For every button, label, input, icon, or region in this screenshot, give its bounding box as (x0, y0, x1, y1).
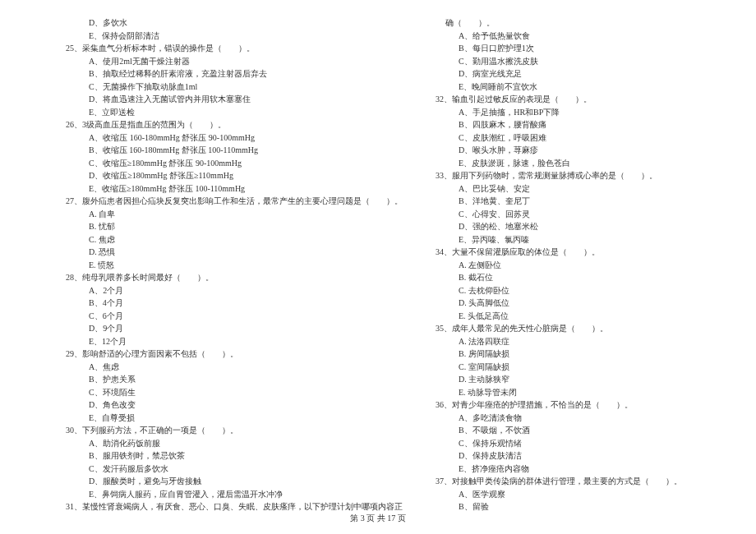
option-text: D、将血迅速注入无菌试管内并用软木塞塞住 (66, 93, 403, 106)
question-stem: 26、3级高血压是指血压的范围为（ ）。 (66, 118, 403, 131)
option-text: B、四肢麻木，腰背酸痛 (436, 118, 723, 131)
option-text: E、皮肤淤斑，脉速，脸色苍白 (436, 157, 723, 170)
page-content: D、多饮水 E、保持会阴部清洁 25、采集血气分析标本时，错误的操作是（ ）。 … (0, 0, 756, 534)
option-text: D. 头高脚低位 (436, 297, 723, 310)
question-stem: 29、影响舒适的心理方面因素不包括（ ）。 (66, 348, 403, 361)
question-stem: 35、成年人最常见的先天性心脏病是（ ）。 (436, 322, 723, 335)
option-text: B、4个月 (66, 297, 403, 310)
option-text: E、12个月 (66, 335, 403, 348)
option-text: D、强的松、地塞米松 (436, 220, 723, 233)
option-text: A. 自卑 (66, 208, 403, 221)
option-text: E. 头低足高位 (436, 310, 723, 323)
option-text: B、抽取经过稀释的肝素溶液，充盈注射器后弃去 (66, 67, 403, 81)
option-text: C、环境陌生 (66, 386, 403, 399)
option-text: D、保持皮肤清洁 (436, 449, 723, 463)
option-text: A、焦虑 (66, 361, 403, 374)
option-text: D、服酸类时，避免与牙齿接触 (66, 475, 403, 488)
option-text: D、喉头水肿，荨麻疹 (436, 144, 723, 157)
option-text: B. 截石位 (436, 271, 723, 284)
option-text: D、多饮水 (66, 16, 403, 30)
question-stem: 33、服用下列药物时，需常规测量脉搏或心率的是（ ）。 (436, 169, 723, 182)
question-stem: 34、大量不保留灌肠应取的体位是（ ）。 (436, 246, 723, 259)
option-text: C. 室间隔缺损 (436, 361, 723, 374)
option-text: E. 动脉导管未闭 (436, 386, 723, 399)
option-text: A、多吃清淡食物 (436, 412, 723, 425)
option-text: B、洋地黄、奎尼丁 (436, 195, 723, 208)
option-text: C、勤用温水擦洗皮肤 (436, 55, 723, 68)
option-text: C、发汗药服后多饮水 (66, 463, 403, 476)
left-column: D、多饮水 E、保持会阴部清洁 25、采集血气分析标本时，错误的操作是（ ）。 … (66, 16, 403, 513)
option-text: C、皮肤潮红，呼吸困难 (436, 131, 723, 145)
option-text: C、保持乐观情绪 (436, 437, 723, 450)
option-text: D、病室光线充足 (436, 67, 723, 81)
question-stem: 37、对接触甲类传染病的群体进行管理，最主要的方式是（ ）。 (436, 475, 723, 488)
option-text: A、使用2ml无菌干燥注射器 (66, 55, 403, 68)
option-text: A、医学观察 (436, 488, 723, 501)
option-text: C、6个月 (66, 310, 403, 323)
option-text: B、每日口腔护理1次 (436, 42, 723, 55)
option-text: A. 左侧卧位 (436, 259, 723, 272)
option-text: C、收缩压≥180mmHg 舒张压 90-100mmHg (66, 157, 403, 170)
option-text: D. 主动脉狭窄 (436, 373, 723, 386)
option-text: D、角色改变 (66, 398, 403, 412)
option-text: B、护患关系 (66, 373, 403, 386)
option-text: D. 恐惧 (66, 246, 403, 259)
option-text: C. 去枕仰卧位 (436, 284, 723, 297)
option-text: B、不吸烟，不饮酒 (436, 424, 723, 437)
option-text: C、心得安、回苏灵 (436, 208, 723, 221)
option-text: A. 法洛四联症 (436, 335, 723, 348)
question-stem: 31、某慢性肾衰竭病人，有厌食、恶心、口臭、失眠、皮肤瘙痒，以下护理计划中哪项内… (66, 500, 403, 513)
option-text: E、立即送检 (66, 106, 403, 119)
option-text: E、收缩压≥180mmHg 舒张压 100-110mmHg (66, 182, 403, 196)
option-text: B. 忧郁 (66, 220, 403, 233)
option-text: A、2个月 (66, 284, 403, 297)
option-text: A、助消化药饭前服 (66, 437, 403, 450)
question-stem: 30、下列服药方法，不正确的一项是（ ）。 (66, 424, 403, 437)
option-text: E、鼻饲病人服药，应自胃管灌入，灌后需温开水冲净 (66, 488, 403, 501)
option-text: A、给予低热量饮食 (436, 30, 723, 43)
question-stem: 27、腹外疝患者因担心疝块反复突出影响工作和生活，最常产生的主要心理问题是（ ）… (66, 195, 403, 208)
question-stem: 32、输血引起过敏反应的表现是（ ）。 (436, 93, 723, 106)
question-stem: 25、采集血气分析标本时，错误的操作是（ ）。 (66, 42, 403, 55)
option-text: E、挤净痤疮内容物 (436, 463, 723, 476)
option-text: E、晚间睡前不宜饮水 (436, 81, 723, 94)
option-text: E. 愤怒 (66, 259, 403, 272)
option-text: A、收缩压 160-180mmHg 舒张压 90-100mmHg (66, 131, 403, 145)
option-text: E、自尊受损 (66, 412, 403, 425)
option-text: E、保持会阴部清洁 (66, 30, 403, 43)
option-text: C. 焦虑 (66, 233, 403, 246)
option-text: E、异丙嗪、氯丙嗪 (436, 233, 723, 246)
option-text: B、收缩压 160-180mmHg 舒张压 100-110mmHg (66, 144, 403, 157)
question-stem: 28、纯母乳喂养多长时间最好（ ）。 (66, 271, 403, 284)
option-text: B、留验 (436, 500, 723, 513)
page-footer: 第 3 页 共 17 页 (0, 513, 756, 524)
question-stem: 36、对青少年痤疮的护理措施，不恰当的是（ ）。 (436, 398, 723, 412)
question-continuation: 确（ ）。 (436, 16, 723, 30)
option-text: A、手足抽搐，HR和BP下降 (436, 106, 723, 119)
option-text: C、无菌操作下抽取动脉血1ml (66, 81, 403, 94)
option-text: B、服用铁剂时，禁忌饮茶 (66, 449, 403, 463)
right-column: 确（ ）。 A、给予低热量饮食 B、每日口腔护理1次 C、勤用温水擦洗皮肤 D、… (436, 16, 723, 513)
option-text: B. 房间隔缺损 (436, 348, 723, 361)
option-text: A、巴比妥钠、安定 (436, 182, 723, 196)
option-text: D、收缩压≥180mmHg 舒张压≥110mmHg (66, 169, 403, 182)
option-text: D、9个月 (66, 322, 403, 335)
